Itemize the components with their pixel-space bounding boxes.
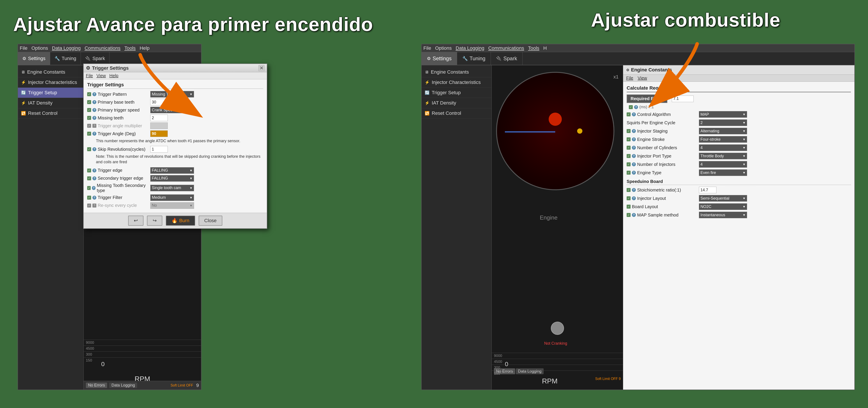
primary-trigger-speed-check[interactable]: ✓ (87, 108, 91, 112)
menu-help[interactable]: Help (140, 46, 149, 51)
right-tab-spark[interactable]: 🔌 Spark (491, 52, 523, 65)
right-sidebar-injector-characteristics[interactable]: ⚡ Injector Characteristics (422, 77, 492, 88)
injector-staging-help[interactable]: ? (632, 129, 636, 133)
trigger-filter-check[interactable]: ✓ (87, 196, 91, 200)
missing-tooth-secondary-help[interactable]: ? (92, 186, 95, 190)
control-algorithm-select[interactable]: MAP ▼ (699, 111, 747, 118)
missing-teeth-check[interactable]: ✓ (87, 116, 91, 120)
right-sidebar-engine-constants[interactable]: 🖥 Engine Constants (422, 67, 492, 77)
trigger-pattern-select[interactable]: Missing Tooth ▼ (150, 91, 194, 97)
dialog-menu-file[interactable]: File (86, 73, 93, 78)
num-cylinders-check[interactable]: ✓ (627, 146, 630, 150)
req-fuel-ms-help[interactable]: ? (634, 105, 638, 109)
skip-revolutions-check[interactable]: ✓ (87, 147, 91, 151)
trigger-edge-help[interactable]: ? (92, 169, 96, 172)
board-layout-check[interactable]: ✓ (627, 205, 630, 209)
num-injectors-select[interactable]: 4 ▼ (699, 161, 747, 168)
engine-type-select[interactable]: Even fire ▼ (699, 169, 747, 176)
map-sample-select[interactable]: Instantaneous ▼ (699, 212, 747, 218)
dialog-close-footer-button[interactable]: Close (199, 215, 222, 226)
stoich-ratio-help[interactable]: ? (632, 188, 636, 192)
control-algorithm-help[interactable]: ? (632, 112, 636, 116)
squirts-select[interactable]: 2 ▼ (699, 119, 747, 126)
right-sidebar-trigger-setup[interactable]: 🔄 Trigger Setup (422, 88, 492, 98)
injector-layout-help[interactable]: ? (632, 196, 636, 200)
sidebar-item-trigger-setup[interactable]: 🔄 Trigger Setup (18, 88, 84, 98)
trigger-pattern-check[interactable]: ✓ (87, 92, 91, 96)
secondary-trigger-edge-check[interactable]: ✓ (87, 176, 91, 180)
injector-staging-select[interactable]: Alternating ▼ (699, 128, 747, 134)
dialog-close-button[interactable]: ✕ (258, 65, 265, 71)
skip-revolutions-help[interactable]: ? (92, 147, 96, 151)
right-menu-h[interactable]: H (543, 46, 547, 51)
injector-layout-check[interactable]: ✓ (627, 196, 630, 200)
trigger-angle-check[interactable]: ✓ (87, 132, 91, 136)
num-injectors-help[interactable]: ? (632, 163, 636, 166)
ec-menu-view[interactable]: View (638, 76, 647, 81)
menu-options[interactable]: Options (31, 46, 48, 51)
right-sidebar-iat-density[interactable]: ⚡ IAT Density (422, 98, 492, 108)
dialog-menu-help[interactable]: Help (109, 73, 118, 78)
trigger-edge-check[interactable]: ✓ (87, 169, 91, 172)
secondary-trigger-edge-help[interactable]: ? (92, 176, 96, 180)
injector-staging-check[interactable]: ✓ (627, 129, 630, 133)
right-sidebar-reset-control[interactable]: 🔁 Reset Control (422, 108, 492, 119)
sidebar-item-iat-density[interactable]: ⚡ IAT Density (18, 98, 84, 108)
dialog-forward-button[interactable]: ↪ (147, 215, 162, 226)
injector-port-type-select[interactable]: Throttle Body ▼ (699, 153, 747, 159)
required-fuel-button[interactable]: Required Fuel... (627, 94, 668, 103)
injector-layout-select[interactable]: Semi-Sequential ▼ (699, 195, 747, 202)
primary-teeth-help[interactable]: ? (92, 100, 96, 104)
engine-stroke-check[interactable]: ✓ (627, 137, 630, 141)
engine-type-check[interactable]: ✓ (627, 171, 630, 175)
num-cylinders-select[interactable]: 4 ▼ (699, 144, 747, 151)
missing-tooth-secondary-check[interactable]: ✓ (87, 186, 91, 190)
missing-teeth-help[interactable]: ? (92, 116, 96, 120)
required-fuel-value[interactable] (672, 95, 694, 102)
primary-teeth-check[interactable]: ✓ (87, 100, 91, 104)
tab-settings[interactable]: ⚙ Settings (18, 52, 50, 65)
secondary-trigger-edge-select[interactable]: FALLING ▼ (150, 175, 194, 182)
primary-trigger-speed-help[interactable]: ? (92, 108, 96, 112)
injector-port-type-check[interactable]: ✓ (627, 154, 630, 158)
menu-communications[interactable]: Communications (85, 46, 121, 51)
map-sample-check[interactable]: ✓ (627, 213, 630, 217)
dialog-menu-view[interactable]: View (96, 73, 106, 78)
right-menu-tools[interactable]: Tools (528, 46, 539, 51)
menu-data-logging[interactable]: Data Logging (52, 46, 81, 51)
injector-port-type-help[interactable]: ? (632, 154, 636, 158)
right-menu-file[interactable]: File (423, 46, 431, 51)
trigger-angle-help[interactable]: ? (92, 132, 96, 136)
trigger-angle-input[interactable] (150, 130, 168, 137)
tab-spark[interactable]: 🔌 Spark (81, 52, 110, 65)
right-menu-communications[interactable]: Communications (488, 46, 524, 51)
menu-file[interactable]: File (20, 46, 27, 51)
missing-teeth-input[interactable] (150, 115, 168, 121)
board-layout-select[interactable]: NO2C ▼ (699, 203, 747, 210)
primary-teeth-input[interactable] (150, 99, 168, 106)
sidebar-item-injector-characteristics[interactable]: ⚡ Injector Characteristics (18, 77, 84, 88)
tab-tuning[interactable]: 🔧 Tuning (50, 52, 81, 65)
stoich-ratio-check[interactable]: ✓ (627, 188, 630, 192)
right-tab-settings[interactable]: ⚙ Settings (422, 52, 457, 65)
data-logging-button[interactable]: Data Logging (109, 383, 137, 388)
trigger-pattern-help[interactable]: ? (92, 92, 96, 96)
sidebar-item-engine-constants[interactable]: 🖥 Engine Constants (18, 67, 84, 77)
engine-stroke-help[interactable]: ? (632, 137, 636, 141)
missing-tooth-secondary-select[interactable]: Single tooth cam ▼ (150, 185, 194, 191)
engine-type-help[interactable]: ? (632, 171, 636, 175)
right-menu-options[interactable]: Options (435, 46, 452, 51)
trigger-edge-select[interactable]: FALLING ▼ (150, 167, 194, 174)
skip-revolutions-input[interactable] (150, 146, 168, 152)
primary-trigger-speed-select[interactable]: Crank Speed ▼ (150, 107, 194, 113)
trigger-filter-help[interactable]: ? (92, 196, 96, 200)
ec-menu-file[interactable]: File (626, 76, 633, 81)
right-tab-tuning[interactable]: 🔧 Tuning (457, 52, 491, 65)
menu-tools[interactable]: Tools (124, 46, 135, 51)
right-menu-data-logging[interactable]: Data Logging (456, 46, 484, 51)
engine-stroke-select[interactable]: Four-stroke ▼ (699, 136, 747, 143)
trigger-filter-select[interactable]: Medium ▼ (150, 194, 194, 201)
dialog-back-button[interactable]: ↩ (128, 215, 144, 226)
req-fuel-ms-check[interactable]: ✓ (629, 105, 633, 109)
control-algorithm-check[interactable]: ✓ (627, 112, 630, 116)
